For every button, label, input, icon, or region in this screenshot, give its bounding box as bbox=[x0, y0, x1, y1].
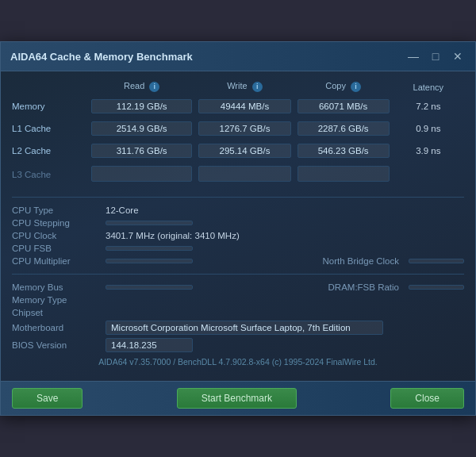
memory-type-row: Memory Type bbox=[12, 294, 464, 306]
content-area: Read i Write i Copy i Latency bbox=[1, 71, 475, 381]
cpu-multiplier-row: CPU Multiplier North Bridge Clock bbox=[12, 255, 464, 267]
row-read-3 bbox=[88, 163, 195, 186]
table-row: L3 Cache bbox=[12, 163, 464, 186]
maximize-button[interactable]: □ bbox=[428, 48, 443, 64]
memory-info-section: Memory Bus DRAM:FSB Ratio Memory Type Ch… bbox=[12, 281, 464, 354]
close-window-button[interactable]: ✕ bbox=[450, 48, 466, 64]
cpu-fsb-label: CPU FSB bbox=[12, 244, 99, 253]
bios-value: 144.18.235 bbox=[106, 338, 193, 352]
benchmark-table: Read i Write i Copy i Latency bbox=[12, 79, 464, 189]
row-write-0: 49444 MB/s bbox=[195, 97, 294, 116]
row-label-1: L1 Cache bbox=[12, 119, 88, 138]
row-latency-1: 0.9 ns bbox=[393, 119, 464, 138]
button-bar: Save Start Benchmark Close bbox=[1, 381, 475, 415]
row-copy-2: 546.23 GB/s bbox=[294, 141, 393, 160]
col-header-read: Read i bbox=[88, 79, 195, 97]
cpu-type-row: CPU Type 12-Core bbox=[12, 204, 464, 217]
cpu-multiplier-label: CPU Multiplier bbox=[12, 256, 99, 266]
bios-label: BIOS Version bbox=[12, 340, 99, 350]
minimize-button[interactable]: — bbox=[405, 48, 421, 64]
row-read-1: 2514.9 GB/s bbox=[88, 119, 195, 138]
col-header-latency: Latency bbox=[393, 79, 464, 97]
motherboard-row: Motherboard Microsoft Corporation Micros… bbox=[12, 319, 464, 336]
row-write-1: 1276.7 GB/s bbox=[195, 119, 294, 138]
cpu-clock-row: CPU Clock 3401.7 MHz (original: 3410 MHz… bbox=[12, 229, 464, 242]
chipset-row: Chipset bbox=[12, 306, 464, 319]
dram-fsb-value bbox=[409, 285, 464, 290]
cpu-stepping-row: CPU Stepping bbox=[12, 217, 464, 229]
main-window: AIDA64 Cache & Memory Benchmark — □ ✕ Re… bbox=[0, 41, 476, 416]
cpu-clock-label: CPU Clock bbox=[12, 231, 99, 240]
cpu-info-section: CPU Type 12-Core CPU Stepping CPU Clock … bbox=[12, 204, 464, 267]
cpu-fsb-value bbox=[106, 246, 193, 251]
table-row: L1 Cache 2514.9 GB/s 1276.7 GB/s 2287.6 … bbox=[12, 119, 464, 138]
write-info-icon[interactable]: i bbox=[252, 82, 263, 92]
row-latency-2: 3.9 ns bbox=[393, 141, 464, 160]
col-header-write: Write i bbox=[195, 79, 294, 97]
row-label-2: L2 Cache bbox=[12, 141, 88, 160]
row-copy-3 bbox=[294, 163, 393, 186]
row-label-3: L3 Cache bbox=[12, 163, 88, 186]
memory-bus-value bbox=[106, 285, 193, 290]
cpu-stepping-label: CPU Stepping bbox=[12, 218, 99, 228]
start-benchmark-button[interactable]: Start Benchmark bbox=[177, 388, 297, 409]
window-title: AIDA64 Cache & Memory Benchmark bbox=[10, 51, 193, 63]
motherboard-value: Microsoft Corporation Microsoft Surface … bbox=[106, 321, 383, 335]
title-bar: AIDA64 Cache & Memory Benchmark — □ ✕ bbox=[1, 42, 475, 71]
row-write-2: 295.14 GB/s bbox=[195, 141, 294, 160]
motherboard-label: Motherboard bbox=[12, 323, 99, 332]
cpu-clock-value: 3401.7 MHz (original: 3410 MHz) bbox=[106, 231, 240, 240]
nb-clock-label: North Bridge Clock bbox=[199, 256, 402, 266]
nb-clock-value bbox=[409, 259, 464, 263]
row-read-2: 311.76 GB/s bbox=[88, 141, 195, 160]
window-controls: — □ ✕ bbox=[405, 48, 466, 64]
chipset-label: Chipset bbox=[12, 308, 99, 317]
bios-row: BIOS Version 144.18.235 bbox=[12, 336, 464, 354]
row-write-3 bbox=[195, 163, 294, 186]
cpu-multiplier-value bbox=[106, 259, 193, 263]
save-button[interactable]: Save bbox=[12, 388, 83, 409]
cpu-type-value: 12-Core bbox=[106, 205, 139, 215]
read-info-icon[interactable]: i bbox=[149, 82, 159, 92]
memory-bus-label: Memory Bus bbox=[12, 282, 99, 292]
memory-type-label: Memory Type bbox=[12, 295, 99, 305]
cpu-type-label: CPU Type bbox=[12, 205, 99, 215]
cpu-fsb-row: CPU FSB bbox=[12, 242, 464, 255]
row-label-0: Memory bbox=[12, 97, 88, 116]
dram-fsb-label: DRAM:FSB Ratio bbox=[199, 282, 402, 292]
copy-info-icon[interactable]: i bbox=[351, 82, 361, 92]
row-copy-1: 2287.6 GB/s bbox=[294, 119, 393, 138]
col-header-copy: Copy i bbox=[294, 79, 393, 97]
footer-text: AIDA64 v7.35.7000 / BenchDLL 4.7.902.8-x… bbox=[12, 354, 464, 373]
row-latency-3 bbox=[393, 163, 464, 186]
memory-bus-row: Memory Bus DRAM:FSB Ratio bbox=[12, 281, 464, 294]
table-row: Memory 112.19 GB/s 49444 MB/s 66071 MB/s… bbox=[12, 97, 464, 116]
cpu-stepping-value bbox=[106, 221, 193, 225]
row-copy-0: 66071 MB/s bbox=[294, 97, 393, 116]
row-latency-0: 7.2 ns bbox=[393, 97, 464, 116]
close-button[interactable]: Close bbox=[390, 388, 464, 409]
table-row: L2 Cache 311.76 GB/s 295.14 GB/s 546.23 … bbox=[12, 141, 464, 160]
row-read-0: 112.19 GB/s bbox=[88, 97, 195, 116]
